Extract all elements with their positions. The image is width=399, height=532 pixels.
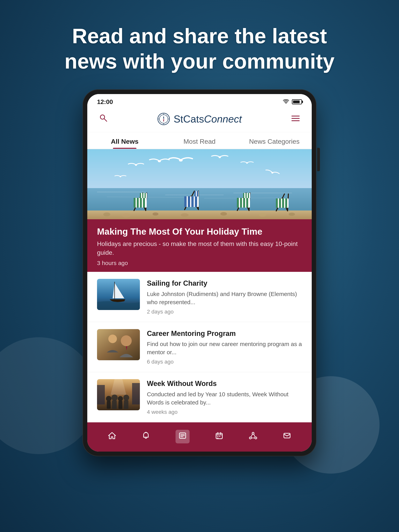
svg-rect-94 [132, 383, 140, 405]
status-icons [283, 99, 302, 105]
home-icon [108, 431, 116, 442]
tab-all-news[interactable]: All News [87, 132, 162, 149]
news-title-sailing: Sailing for Charity [147, 279, 302, 288]
hero-time: 3 hours ago [97, 260, 302, 266]
svg-rect-37 [143, 198, 145, 208]
bottom-nav [87, 422, 312, 452]
news-item-sailing[interactable]: Sailing for Charity Luke Johnston (Rudim… [87, 272, 312, 322]
hero-caption[interactable]: Making The Most Of Your Holiday Time Hol… [87, 219, 312, 272]
svg-line-118 [251, 434, 252, 437]
news-time-sailing: 2 days ago [147, 309, 302, 315]
news-content-mentoring: Career Mentoring Program Find out how to… [147, 329, 302, 365]
svg-rect-63 [243, 198, 245, 208]
svg-rect-50 [188, 196, 190, 207]
news-thumb-mentoring [97, 329, 140, 360]
nav-calendar[interactable] [211, 429, 227, 444]
svg-rect-99 [107, 401, 111, 409]
svg-rect-62 [240, 198, 242, 208]
news-title-words: Week Without Words [147, 379, 302, 388]
news-desc-sailing: Luke Johnston (Rudiments) and Harry Brow… [147, 290, 302, 306]
svg-rect-68 [248, 193, 249, 198]
svg-rect-49 [184, 196, 187, 207]
svg-rect-93 [97, 385, 105, 405]
svg-point-83 [246, 162, 248, 164]
svg-rect-41 [140, 193, 141, 198]
svg-point-26 [220, 212, 227, 215]
svg-point-98 [123, 395, 129, 400]
svg-rect-52 [195, 196, 197, 207]
svg-rect-100 [112, 400, 117, 409]
svg-point-24 [153, 212, 158, 215]
nav-community[interactable] [245, 429, 261, 444]
network-icon [249, 431, 257, 442]
svg-point-27 [259, 213, 266, 217]
news-desc-words: Conducted and led by Year 10 students, W… [147, 390, 302, 407]
page-headline: Read and share the latest news with your… [44, 23, 355, 74]
hero-subtitle: Holidays are precious - so make the most… [97, 240, 302, 257]
svg-rect-43 [145, 193, 146, 198]
app-logo: StCatsConnect [157, 112, 242, 126]
beach-scene-svg [87, 149, 312, 219]
news-thumb-words [97, 379, 140, 410]
tab-most-read[interactable]: Most Read [162, 132, 237, 149]
svg-point-90 [121, 335, 132, 346]
svg-point-97 [118, 396, 123, 401]
nav-mail[interactable] [279, 429, 295, 444]
news-content-words: Week Without Words Conducted and led by … [147, 379, 302, 415]
svg-marker-10 [163, 119, 164, 122]
svg-point-1 [100, 115, 105, 119]
svg-line-2 [104, 119, 107, 121]
nav-home[interactable] [104, 429, 120, 444]
nav-notifications[interactable] [138, 429, 154, 444]
svg-rect-36 [140, 198, 142, 208]
svg-point-96 [111, 394, 118, 401]
svg-point-79 [219, 157, 221, 158]
news-thumb-sailing [97, 279, 140, 310]
hero-image [87, 149, 312, 219]
battery-fill [293, 101, 300, 103]
svg-point-25 [181, 213, 189, 217]
svg-rect-76 [282, 198, 284, 208]
svg-point-23 [122, 213, 130, 217]
logo-text: StCatsConnect [174, 113, 242, 125]
svg-rect-21 [87, 210, 312, 219]
svg-rect-64 [246, 198, 248, 208]
svg-rect-34 [134, 198, 135, 208]
svg-rect-54 [194, 191, 196, 196]
news-icon [175, 430, 190, 443]
svg-rect-66 [243, 193, 244, 198]
svg-rect-112 [217, 436, 219, 437]
svg-rect-77 [285, 198, 287, 208]
svg-point-0 [286, 103, 287, 104]
news-title-mentoring: Career Mentoring Program [147, 329, 302, 338]
tab-news-categories[interactable]: News Categories [237, 132, 312, 149]
svg-point-82 [158, 160, 161, 162]
svg-rect-74 [276, 198, 278, 208]
nav-news[interactable] [172, 428, 193, 445]
news-content-sailing: Sailing for Charity Luke Johnston (Rudim… [147, 279, 302, 315]
status-bar: 12:00 [87, 94, 312, 108]
svg-rect-42 [142, 193, 143, 198]
news-item-words[interactable]: Week Without Words Conducted and led by … [87, 372, 312, 422]
status-time: 12:00 [97, 98, 113, 106]
svg-rect-101 [118, 401, 122, 409]
svg-rect-67 [245, 193, 247, 198]
svg-rect-61 [237, 198, 239, 208]
logo-compass-icon [157, 112, 170, 126]
svg-point-28 [289, 213, 295, 216]
app-header: StCatsConnect [87, 108, 312, 132]
svg-rect-55 [197, 191, 198, 196]
news-time-mentoring: 6 days ago [147, 359, 302, 365]
svg-rect-75 [279, 198, 281, 208]
svg-rect-88 [97, 329, 140, 360]
phone-mockup: 12:00 [83, 89, 316, 456]
hero-title: Making The Most Of Your Holiday Time [97, 226, 302, 237]
hamburger-button[interactable] [289, 112, 302, 126]
news-list: Sailing for Charity Luke Johnston (Rudim… [87, 272, 312, 422]
news-item-mentoring[interactable]: Career Mentoring Program Find out how to… [87, 322, 312, 372]
battery-icon [292, 99, 302, 104]
svg-rect-35 [137, 198, 139, 208]
svg-point-22 [103, 212, 110, 216]
search-button[interactable] [97, 112, 109, 126]
tab-bar: All News Most Read News Categories [87, 132, 312, 149]
